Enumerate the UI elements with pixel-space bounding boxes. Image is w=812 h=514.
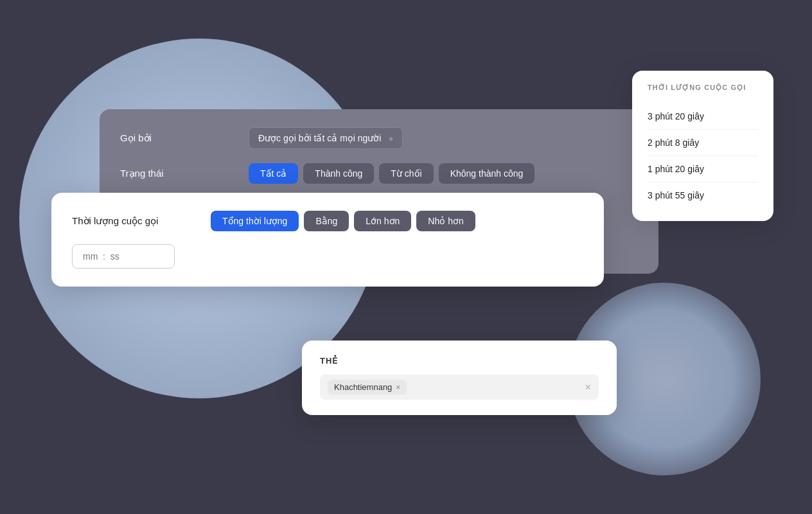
tag-chip: Khachtiemnang × [328, 380, 407, 394]
goi-boi-dropdown[interactable]: Được gọi bởi tất cả mọi người ⬦ [249, 127, 403, 149]
the-title: THẺ [320, 356, 599, 366]
duration-list-item-4: 3 phút 55 giây [648, 182, 758, 208]
dropdown-arrow-icon: ⬦ [389, 134, 393, 143]
duration-input-row [72, 244, 583, 269]
duration-list-item-2: 2 phút 8 giây [648, 130, 758, 156]
trang-thai-btn-fail[interactable]: Không thành công [439, 163, 535, 184]
duration-list-card: THỜI LƯỢNG CUỘC GỌI 3 phút 20 giây 2 phú… [632, 71, 773, 221]
goi-boi-row: Gọi bởi Được gọi bởi tất cả mọi người ⬦ [120, 127, 638, 149]
goi-boi-value: Được gọi bởi tất cả mọi người [258, 133, 381, 143]
tag-value: Khachtiemnang [334, 382, 392, 392]
tag-input-row[interactable]: Khachtiemnang × × [320, 375, 599, 400]
duration-row: Thời lượng cuộc gọi Tổng thời lượng Bằng… [72, 211, 583, 231]
duration-btn-less[interactable]: Nhỏ hơn [416, 211, 475, 231]
duration-time-input[interactable] [72, 244, 175, 269]
tag-clear-icon[interactable]: × [585, 382, 591, 393]
goi-boi-label: Gọi bởi [120, 132, 236, 144]
trang-thai-row: Trạng thái Tất cả Thành công Từ chối Khô… [120, 163, 638, 184]
duration-card: Thời lượng cuộc gọi Tổng thời lượng Bằng… [51, 193, 604, 287]
trang-thai-btn-all[interactable]: Tất cả [249, 163, 298, 184]
duration-btn-total[interactable]: Tổng thời lượng [211, 211, 299, 231]
tag-remove-icon[interactable]: × [396, 383, 400, 392]
duration-list-item-1: 3 phút 20 giây [648, 103, 758, 130]
duration-list-item-3: 1 phút 20 giây [648, 156, 758, 182]
duration-btn-greater[interactable]: Lớn hơn [354, 211, 411, 231]
duration-list-title: THỜI LƯỢNG CUỘC GỌI [648, 84, 758, 92]
trang-thai-btn-reject[interactable]: Từ chối [379, 163, 433, 184]
trang-thai-label: Trạng thái [120, 168, 236, 179]
duration-label: Thời lượng cuộc gọi [72, 215, 200, 227]
duration-buttons: Tổng thời lượng Bằng Lớn hơn Nhỏ hơn [211, 211, 475, 231]
the-card: THẺ Khachtiemnang × × [302, 341, 617, 415]
duration-btn-equal[interactable]: Bằng [304, 211, 349, 231]
trang-thai-btn-success[interactable]: Thành công [303, 163, 374, 184]
trang-thai-buttons: Tất cả Thành công Từ chối Không thành cô… [249, 163, 534, 184]
